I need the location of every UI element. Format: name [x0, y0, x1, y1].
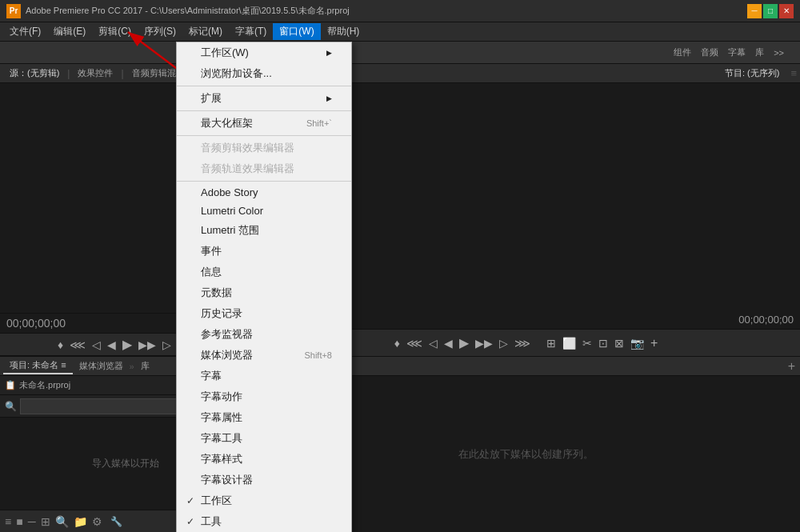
menu-item-workspace[interactable]: 工作区(W) [177, 42, 351, 63]
minimize-button[interactable]: ─ [747, 4, 762, 18]
prog-tc-next-frame[interactable]: ▶▶ [474, 335, 494, 351]
prog-tc-step-fwd[interactable]: ▷ [498, 335, 510, 351]
tc-marker[interactable]: ♦ [56, 337, 65, 353]
menu-item-metadata[interactable]: 元数据 [177, 282, 351, 303]
menu-item-ref-monitor[interactable]: 参考监视器 [177, 324, 351, 345]
sep2 [177, 110, 351, 111]
menu-item-audio-track-effects: 音频轨道效果编辑器 [177, 158, 351, 179]
search-icon: 🔍 [5, 401, 17, 412]
menu-item-lumetri-color[interactable]: Lumetri Color [177, 202, 351, 220]
menu-sequence[interactable]: 序列(S) [138, 23, 182, 40]
menu-item-browse-plugins[interactable]: 浏览附加设备... [177, 63, 351, 84]
menu-file[interactable]: 文件(F) [3, 23, 47, 40]
prog-tc-insert[interactable]: ⊞ [545, 335, 558, 351]
menu-item-adobe-story[interactable]: Adobe Story [177, 183, 351, 202]
sep1 [177, 86, 351, 86]
effects-controls-tab[interactable]: 效果控件 [71, 66, 119, 81]
program-tab-label[interactable]: 节目: (无序列) [717, 66, 787, 81]
menu-edit[interactable]: 编辑(E) [47, 23, 92, 40]
prog-tc-prev-in[interactable]: ⋘ [405, 335, 424, 351]
menu-item-info[interactable]: 信息 [177, 262, 351, 282]
menu-item-audio-effects: 音频剪辑效果编辑器 [177, 138, 351, 158]
footer-settings-btn[interactable]: ⚙ [92, 515, 102, 528]
project-file-icon: 📋 [5, 380, 16, 390]
menu-item-captions[interactable]: 字幕 [177, 366, 351, 386]
tc-prev-in[interactable]: ⋘ [68, 337, 87, 353]
footer-icon-btn[interactable]: 🔧 [110, 516, 122, 527]
close-button[interactable]: ✕ [779, 4, 794, 18]
menu-item-media-browser[interactable]: 媒体浏览器 Shift+8 [177, 345, 351, 366]
menu-item-history[interactable]: 历史记录 [177, 303, 351, 324]
tc-next-frame[interactable]: ▶▶ [137, 337, 158, 353]
app-icon: Pr [6, 4, 21, 18]
source-tab-label[interactable]: 源：(无剪辑) [3, 66, 66, 81]
media-browser-tab[interactable]: 媒体浏览器 [73, 358, 130, 374]
prog-tc-lift[interactable]: ⊡ [597, 335, 610, 351]
menu-item-tools-checked[interactable]: ✓ 工具 [177, 511, 351, 532]
tab-audio[interactable]: 音频 [701, 46, 718, 58]
library-tab[interactable]: 库 [134, 358, 156, 374]
project-filename: 未命名.prproj [19, 379, 70, 391]
prog-tc-overwrite[interactable]: ⬜ [561, 335, 578, 351]
menu-title[interactable]: 字幕(T) [229, 23, 273, 40]
project-title[interactable]: 项目: 未命名 ≡ [3, 358, 73, 374]
tc-play[interactable]: ▶ [121, 335, 134, 354]
menu-marker[interactable]: 标记(M) [182, 23, 229, 40]
prog-tc-prev-frame[interactable]: ◀ [442, 335, 454, 351]
prog-tc-camera[interactable]: 📷 [629, 335, 646, 351]
menu-item-lumetri-range[interactable]: Lumetri 范围 [177, 220, 351, 241]
titlebar: Pr Adobe Premiere Pro CC 2017 - C:\Users… [0, 0, 800, 22]
tc-step-back[interactable]: ◁ [90, 337, 102, 353]
tc-step-fwd[interactable]: ▷ [161, 337, 173, 353]
dropdown-container: 工作区(W) 浏览附加设备... 扩展 最大化框架 Shift+` [176, 42, 352, 532]
prog-tc-marker[interactable]: ♦ [393, 335, 402, 351]
menu-item-caption-styles[interactable]: 字幕样式 [177, 449, 351, 470]
footer-freeform-btn[interactable]: ⊞ [41, 515, 50, 528]
footer-list-btn[interactable]: ≡ [5, 515, 11, 528]
footer-zoom-slider[interactable]: ─ [28, 515, 36, 528]
menu-help[interactable]: 帮助(H) [321, 23, 366, 40]
menu-item-caption-props[interactable]: 字幕属性 [177, 407, 351, 428]
menu-item-workspace-checked[interactable]: ✓ 工作区 [177, 490, 351, 511]
program-menu-icon[interactable]: ≡ [790, 67, 797, 79]
prog-tc-next-out[interactable]: ⋙ [513, 335, 532, 351]
timeline-add-btn[interactable]: + [788, 359, 795, 374]
bottom-panels: 项目: 未命名 ≡ 媒体浏览器 » 库 📋 未命名.prproj 🔍 🖼 0 个… [0, 356, 800, 532]
prog-tc-step-back[interactable]: ◁ [427, 335, 439, 351]
menu-item-caption-designer[interactable]: 字幕设计器 [177, 470, 351, 490]
group-label: 组件 [674, 46, 691, 58]
footer-search-btn[interactable]: 🔍 [55, 515, 69, 528]
footer-folder-btn[interactable]: 📁 [74, 515, 87, 528]
menu-window[interactable]: 窗口(W) [273, 23, 320, 40]
sep3 [177, 135, 351, 136]
tab-subtitles[interactable]: 字幕 [728, 46, 746, 58]
menu-item-events[interactable]: 事件 [177, 241, 351, 262]
menu-item-maximize[interactable]: 最大化框架 Shift+` [177, 113, 351, 134]
footer-grid-btn[interactable]: ■ [16, 515, 22, 528]
menu-item-caption-motion[interactable]: 字幕动作 [177, 386, 351, 407]
tc-prev-frame[interactable]: ◀ [106, 337, 118, 353]
window-title: Adobe Premiere Pro CC 2017 - C:\Users\Ad… [26, 5, 747, 17]
menu-clip[interactable]: 剪辑(C) [92, 23, 138, 40]
window-controls: ─ □ ✕ [747, 4, 794, 18]
top-toolbar: 组件 音频 字幕 库 >> [0, 42, 800, 64]
prog-tc-add[interactable]: + [649, 334, 659, 352]
prog-tc-extract[interactable]: ✂ [581, 335, 594, 351]
menubar: 文件(F) 编辑(E) 剪辑(C) 序列(S) 标记(M) 字幕(T) 窗口(W… [0, 22, 800, 42]
menu-item-extensions[interactable]: 扩展 [177, 88, 351, 109]
prog-tc-trim[interactable]: ⊠ [613, 335, 626, 351]
sep4 [177, 181, 351, 182]
tab-library[interactable]: 库 [755, 46, 764, 58]
scroll-more[interactable]: >> [774, 48, 784, 58]
window-menu-dropdown: 工作区(W) 浏览附加设备... 扩展 最大化框架 Shift+` [176, 42, 352, 532]
maximize-button[interactable]: □ [763, 4, 778, 18]
prog-tc-play[interactable]: ▶ [458, 334, 470, 352]
menu-item-caption-tools[interactable]: 字幕工具 [177, 428, 351, 449]
